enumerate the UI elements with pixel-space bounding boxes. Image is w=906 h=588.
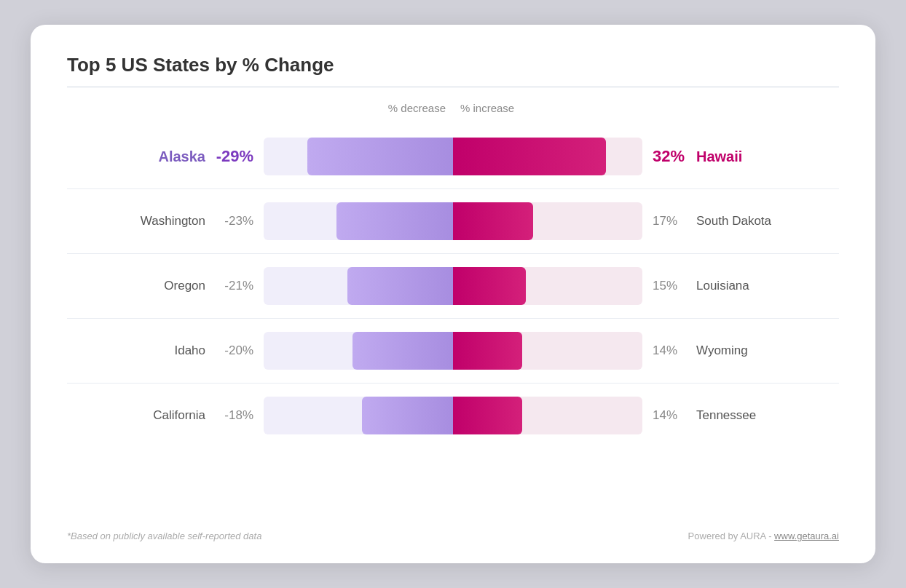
- state-name-left: California: [122, 408, 205, 423]
- pct-left: -21%: [216, 279, 253, 293]
- bar-track-left: [264, 332, 453, 370]
- state-name-right: South Dakota: [696, 214, 791, 229]
- right-side: 32% Hawaii: [453, 138, 839, 175]
- chart-rows: Alaska -29% 32% Hawaii Washington -23%: [67, 124, 839, 516]
- bar-right: [453, 332, 522, 370]
- chart-row: Alaska -29% 32% Hawaii: [67, 124, 839, 188]
- left-side: Washington -23%: [67, 202, 453, 240]
- bar-right: [453, 202, 533, 240]
- bar-track-left: [264, 267, 453, 305]
- left-side: California -18%: [67, 397, 453, 434]
- right-side: 14% Wyoming: [453, 332, 839, 370]
- right-side: 15% Louisiana: [453, 267, 839, 305]
- left-side: Idaho -20%: [67, 332, 453, 370]
- footer-note: *Based on publicly available self-report…: [67, 531, 261, 541]
- bar-track-left: [264, 202, 453, 240]
- bar-track-right: [453, 138, 642, 175]
- bar-right: [453, 138, 606, 175]
- chart-row: Oregon -21% 15% Louisiana: [67, 253, 839, 318]
- pct-left: -29%: [216, 147, 253, 166]
- col-header-increase: % increase: [453, 102, 839, 114]
- state-name-right: Hawaii: [696, 148, 791, 165]
- main-card: Top 5 US States by % Change % decrease %…: [31, 25, 875, 563]
- bar-track-right: [453, 332, 642, 370]
- bar-left: [347, 267, 453, 305]
- right-side: 17% South Dakota: [453, 202, 839, 240]
- state-name-left: Washington: [122, 214, 205, 229]
- bar-left: [336, 202, 453, 240]
- pct-right: 15%: [653, 279, 689, 293]
- pct-right: 32%: [653, 147, 689, 166]
- pct-left: -18%: [216, 408, 253, 423]
- pct-left: -20%: [216, 343, 253, 358]
- bar-right: [453, 397, 522, 434]
- state-name-right: Louisiana: [696, 279, 791, 293]
- bar-track-left: [264, 138, 453, 175]
- state-name-left: Oregon: [122, 279, 205, 293]
- title-divider: [67, 87, 839, 87]
- state-name-right: Tennessee: [696, 408, 791, 423]
- left-side: Alaska -29%: [67, 138, 453, 175]
- state-name-left: Alaska: [122, 148, 205, 165]
- bar-left: [352, 332, 453, 370]
- bar-track-left: [264, 397, 453, 434]
- col-header-decrease: % decrease: [67, 102, 453, 114]
- footer-powered-by: Powered by AURA -: [688, 531, 775, 541]
- pct-right: 17%: [653, 214, 689, 229]
- right-side: 14% Tennessee: [453, 397, 839, 434]
- chart-row: Idaho -20% 14% Wyoming: [67, 318, 839, 383]
- bar-track-right: [453, 397, 642, 434]
- footer-link[interactable]: www.getaura.ai: [774, 531, 839, 541]
- chart-row: Washington -23% 17% South Dakota: [67, 188, 839, 253]
- column-headers: % decrease % increase: [67, 102, 839, 122]
- footer: *Based on publicly available self-report…: [67, 516, 839, 541]
- footer-attribution: Powered by AURA - www.getaura.ai: [688, 531, 839, 541]
- chart-row: California -18% 14% Tennessee: [67, 383, 839, 448]
- pct-left: -23%: [216, 214, 253, 229]
- state-name-right: Wyoming: [696, 343, 791, 358]
- chart-title: Top 5 US States by % Change: [67, 54, 839, 76]
- bar-right: [453, 267, 526, 305]
- pct-right: 14%: [653, 343, 689, 358]
- bar-track-right: [453, 202, 642, 240]
- pct-right: 14%: [653, 408, 689, 423]
- bar-left: [307, 138, 453, 175]
- left-side: Oregon -21%: [67, 267, 453, 305]
- state-name-left: Idaho: [122, 343, 205, 358]
- bar-track-right: [453, 267, 642, 305]
- bar-left: [362, 397, 453, 434]
